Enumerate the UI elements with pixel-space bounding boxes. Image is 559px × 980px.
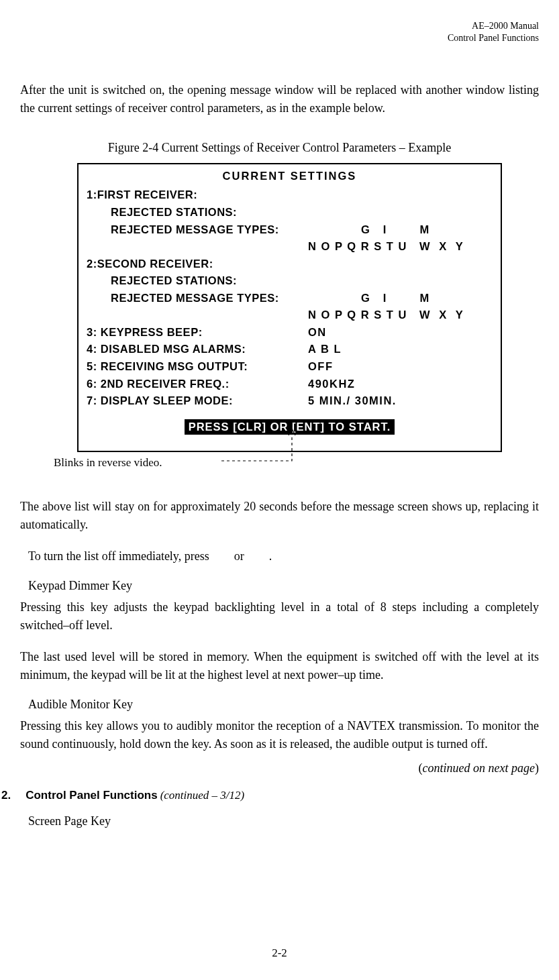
heading-audible: Audible Monitor Key (20, 698, 539, 712)
section-2-heading: 2. Control Panel Functions (continued – … (1, 789, 539, 802)
paragraph-3: To turn the list off immediately, press … (20, 547, 539, 565)
setting-6: 6: 2ND RECEIVER FREQ.: (87, 376, 230, 393)
continued-note: (continued on next page) (20, 761, 539, 775)
setting-4: 4: DISABLED MSG ALARMS: (87, 341, 246, 358)
setting-2a: REJECTED STATIONS: (87, 272, 237, 290)
page-header: AE–2000 Manual Control Panel Functions (20, 20, 539, 44)
setting-2b-right1: G I M (308, 290, 430, 307)
paragraph-2: The above list will stay on for approxim… (20, 498, 539, 534)
setting-2b-right2: N O P Q R S T U W X Y (308, 307, 464, 324)
para-dimmer-1: Pressing this key adjusts the keypad bac… (20, 598, 539, 635)
setting-7: 7: DISPLAY SLEEP MODE: (87, 392, 233, 410)
setting-1b-right2: N O P Q R S T U W X Y (308, 238, 464, 256)
para3-pre: To turn the list off immediately, press (28, 549, 209, 563)
continued-text: continued on next page (423, 761, 535, 775)
screen-title: CURRENT SETTINGS (87, 170, 493, 182)
para3-post: . (269, 549, 272, 563)
header-line1: AE–2000 Manual (20, 20, 539, 32)
setting-1b: REJECTED MESSAGE TYPES: (87, 221, 279, 239)
current-settings-screen: CURRENT SETTINGS 1:FIRST RECEIVER: REJEC… (77, 163, 502, 451)
header-line2: Control Panel Functions (20, 32, 539, 44)
setting-1a: REJECTED STATIONS: (87, 204, 237, 221)
para3-mid: or (234, 549, 244, 563)
heading-dimmer: Keypad Dimmer Key (20, 579, 539, 593)
figure-caption: Figure 2-4 Current Settings of Receiver … (20, 141, 539, 155)
setting-2b: REJECTED MESSAGE TYPES: (87, 290, 279, 307)
para-dimmer-2: The last used level will be stored in me… (20, 648, 539, 684)
setting-6-right: 490KHZ (308, 376, 355, 393)
section-2-suffix: continued – 3/12 (164, 789, 240, 802)
setting-3-right: ON (308, 324, 327, 341)
setting-5-right: OFF (308, 358, 334, 376)
setting-2: 2:SECOND RECEIVER: (87, 256, 213, 273)
setting-4-right: A B L (308, 341, 342, 358)
intro-paragraph: After the unit is switched on, the openi… (20, 81, 539, 117)
setting-5: 5: RECEIVING MSG OUTPUT: (87, 358, 248, 376)
section-2-number: 2. (1, 789, 11, 802)
setting-1b-right1: G I M (308, 221, 430, 239)
setting-7-right: 5 MIN./ 30MIN. (308, 392, 397, 410)
section-2-title: Control Panel Functions (26, 789, 157, 802)
setting-1: 1:FIRST RECEIVER: (87, 186, 197, 204)
para-audible: Pressing this key allows you to audibly … (20, 717, 539, 753)
heading-screenpage: Screen Page Key (20, 814, 539, 828)
annotation-arrow-icon (221, 427, 315, 468)
blink-annotation: Blinks in reverse video. (54, 456, 162, 470)
setting-3: 3: KEYPRESS BEEP: (87, 324, 203, 341)
page-number: 2-2 (0, 946, 559, 960)
